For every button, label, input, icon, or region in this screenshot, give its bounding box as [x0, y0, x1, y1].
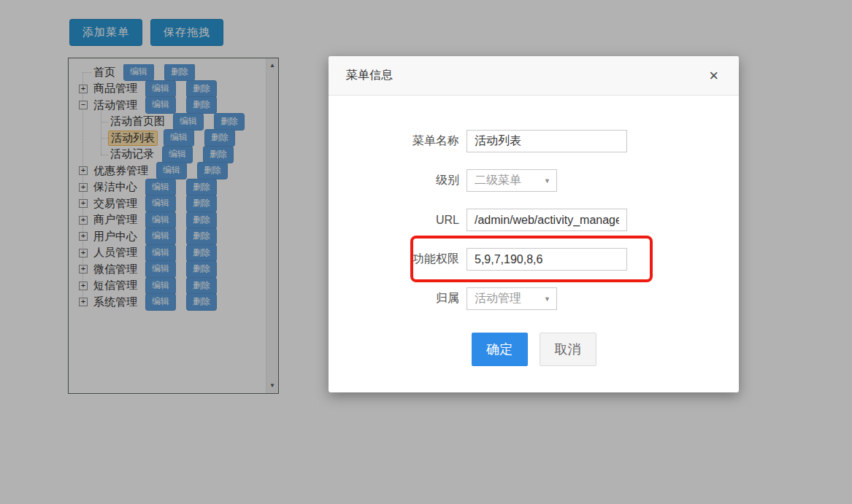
level-label: 级别	[329, 173, 467, 188]
dialog-footer: 确定 取消	[329, 333, 739, 366]
permissions-row: 功能权限	[329, 248, 739, 271]
parent-row: 归属活动管理▼	[329, 287, 739, 310]
url-input[interactable]	[467, 209, 627, 231]
menu-info-dialog: 菜单信息 × 菜单名称级别二级菜单▼URL功能权限归属活动管理▼ 确定 取消	[329, 56, 739, 392]
parent-select[interactable]: 活动管理▼	[467, 287, 557, 310]
menu-name-row: 菜单名称	[329, 130, 739, 152]
permissions-input[interactable]	[467, 248, 627, 271]
permissions-label: 功能权限	[329, 252, 467, 267]
parent-label: 归属	[329, 291, 467, 306]
url-label: URL	[329, 214, 467, 227]
parent-selected-value: 活动管理	[475, 291, 521, 306]
confirm-button[interactable]: 确定	[472, 333, 528, 366]
menu-name-label: 菜单名称	[329, 133, 467, 149]
level-select[interactable]: 二级菜单▼	[467, 169, 557, 192]
level-selected-value: 二级菜单	[475, 173, 521, 188]
level-row: 级别二级菜单▼	[329, 169, 739, 192]
dialog-body: 菜单名称级别二级菜单▼URL功能权限归属活动管理▼ 确定 取消	[329, 96, 739, 366]
chevron-down-icon: ▼	[544, 295, 550, 303]
dialog-header: 菜单信息 ×	[329, 56, 739, 96]
url-row: URL	[329, 209, 739, 231]
dialog-title: 菜单信息	[346, 68, 393, 83]
chevron-down-icon: ▼	[544, 177, 550, 185]
cancel-button[interactable]: 取消	[540, 333, 596, 366]
menu-name-input[interactable]	[467, 130, 627, 152]
close-icon[interactable]: ×	[706, 66, 721, 85]
